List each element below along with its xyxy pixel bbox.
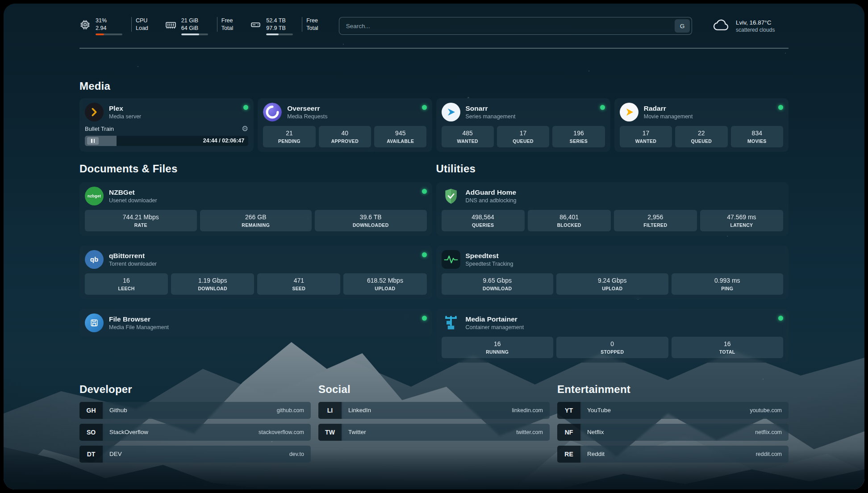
stat-value: 47.569 ms	[702, 213, 781, 221]
stat: 86,401BLOCKED	[528, 210, 611, 231]
pause-icon[interactable]	[87, 137, 99, 145]
portainer-head: Media Portainer Container management	[442, 313, 784, 332]
speedtest-stats: 9.65 GbpsDOWNLOAD 9.24 GbpsUPLOAD 0.993 …	[442, 273, 784, 295]
bookmark-url: github.com	[277, 407, 304, 414]
speedtest-subtitle: Speedtest Tracking	[466, 261, 513, 267]
stat: 17WANTED	[620, 126, 672, 147]
stat-value: 9.65 Gbps	[443, 277, 552, 284]
section-title-entertainment: Entertainment	[557, 383, 789, 396]
search-input[interactable]	[339, 17, 692, 35]
stat-label: QUERIES	[443, 222, 523, 228]
service-card-radarr[interactable]: Radarr Movie management 17WANTED 22QUEUE…	[614, 98, 789, 152]
cpu-icon	[79, 19, 91, 32]
service-card-filebrowser[interactable]: File Browser Media File Management	[79, 309, 432, 337]
stat-label: UPLOAD	[345, 286, 425, 291]
service-card-adguard[interactable]: AdGuard Home DNS and adblocking 498,564Q…	[436, 182, 789, 236]
radarr-stats: 17WANTED 22QUEUED 834MOVIES	[620, 126, 783, 147]
bookmark-stackoverflow[interactable]: SO StackOverflow stackoverflow.com	[79, 424, 311, 441]
bookmark-name: Netflix	[587, 429, 604, 435]
filebrowser-subtitle: Media File Management	[109, 324, 169, 330]
plex-time: 24:44 / 02:06:47	[203, 138, 244, 144]
plex-now-playing-row: Bullet Train ⚙	[85, 125, 248, 133]
plex-head: Plex Media server	[85, 103, 248, 121]
stat-label: APPROVED	[321, 138, 369, 144]
service-card-nzbget[interactable]: nzbget NZBGet Usenet downloader 744.21 M…	[79, 182, 432, 236]
dashboard-screen: 31% 2.94 CPU Load	[4, 4, 864, 489]
stat-value: 39.6 TB	[317, 213, 425, 221]
stat-label: QUEUED	[499, 138, 547, 144]
bookmark-github[interactable]: GH Github github.com	[79, 402, 311, 419]
portainer-name: Media Portainer	[466, 315, 524, 323]
portainer-subtitle: Container management	[466, 324, 524, 330]
bookmark-abbr: LI	[318, 402, 342, 419]
sonarr-subtitle: Series management	[466, 113, 516, 120]
radarr-icon	[620, 103, 638, 121]
stat-label: AVAILABLE	[376, 138, 425, 144]
memory-label-top: Free	[221, 17, 233, 25]
disk-total: 97.9 TB	[266, 25, 293, 32]
bookmark-dev[interactable]: DT DEV dev.to	[79, 446, 311, 463]
adguard-head: AdGuard Home DNS and adblocking	[442, 187, 784, 205]
plex-progress-bar[interactable]: 24:44 / 02:06:47	[85, 136, 248, 146]
service-card-qbittorrent[interactable]: qb qBittorrent Torrent downloader 16LEEC…	[79, 246, 432, 299]
stat-value: 16	[87, 277, 166, 284]
stat: 834MOVIES	[731, 126, 783, 147]
stat-value: 40	[321, 130, 369, 137]
radarr-status-dot	[778, 105, 783, 110]
stat-value: 0	[558, 340, 667, 347]
stat: 21PENDING	[263, 126, 315, 147]
middle-columns: Documents & Files nzbget NZBGet Usenet d…	[79, 163, 789, 363]
service-card-sonarr[interactable]: Sonarr Series management 485WANTED 17QUE…	[436, 98, 610, 152]
bookmark-youtube[interactable]: YT YouTube youtube.com	[557, 402, 789, 419]
adguard-icon	[442, 187, 460, 205]
stat-label: PENDING	[265, 138, 313, 144]
system-widgets: 31% 2.94 CPU Load	[79, 17, 318, 35]
bookmark-url: reddit.com	[756, 451, 782, 457]
filebrowser-head: File Browser Media File Management	[85, 313, 427, 332]
stat: 0.993 msPING	[672, 273, 784, 295]
qbittorrent-head: qb qBittorrent Torrent downloader	[85, 250, 427, 269]
portainer-status-dot	[778, 316, 783, 321]
bookmark-body: DEV dev.to	[103, 446, 311, 463]
nzbget-stats: 744.21 MbpsRATE 266 GBREMAINING 39.6 TBD…	[85, 210, 427, 231]
bookmark-abbr: GH	[79, 402, 103, 419]
service-card-plex[interactable]: Plex Media server Bullet Train ⚙ 24:44 /…	[79, 98, 254, 152]
stat-label: WANTED	[443, 138, 492, 144]
bookmark-netflix[interactable]: NF Netflix netflix.com	[557, 424, 789, 441]
service-card-portainer[interactable]: Media Portainer Container management 16R…	[436, 309, 789, 363]
service-card-overseerr[interactable]: Overseerr Media Requests 21PENDING 40APP…	[258, 98, 432, 152]
stat-label: REMAINING	[202, 222, 310, 228]
bookmark-url: twitter.com	[516, 429, 543, 435]
qbittorrent-stats: 16LEECH 1.19 GbpsDOWNLOAD 471SEED 618.52…	[85, 273, 427, 295]
memory-free: 21 GiB	[181, 17, 208, 25]
adguard-stats: 498,564QUERIES 86,401BLOCKED 2,956FILTER…	[442, 210, 784, 231]
stat-label: SERIES	[554, 138, 603, 144]
stat: 22QUEUED	[675, 126, 727, 147]
stat: 0STOPPED	[556, 337, 668, 358]
stat: 196SERIES	[552, 126, 605, 147]
stat-label: DOWNLOAD	[443, 286, 552, 291]
nzbget-name: NZBGet	[109, 188, 157, 196]
stat-label: BLOCKED	[530, 222, 609, 228]
cpu-load: 2.94	[96, 25, 122, 32]
plex-icon	[85, 103, 104, 121]
service-card-speedtest[interactable]: Speedtest Speedtest Tracking 9.65 GbpsDO…	[436, 246, 789, 299]
bookmark-name: Reddit	[587, 451, 605, 457]
stat: 266 GBREMAINING	[200, 210, 312, 231]
qbittorrent-icon-text: qb	[90, 255, 98, 263]
disk-free: 52.4 TB	[266, 17, 293, 25]
qbittorrent-status-dot	[422, 252, 427, 257]
stat: 1.19 GbpsDOWNLOAD	[171, 273, 254, 295]
stat-label: TOTAL	[673, 349, 782, 355]
bookmark-reddit[interactable]: RE Reddit reddit.com	[557, 446, 789, 463]
speedtest-head: Speedtest Speedtest Tracking	[442, 250, 784, 269]
gear-icon[interactable]: ⚙	[242, 125, 248, 133]
stat-value: 196	[554, 130, 603, 137]
overseerr-subtitle: Media Requests	[287, 113, 327, 120]
stat-value: 16	[673, 340, 782, 347]
search-provider-button[interactable]: G	[675, 19, 690, 33]
bookmark-twitter[interactable]: TW Twitter twitter.com	[318, 424, 550, 441]
bookmark-linkedin[interactable]: LI LinkedIn linkedin.com	[318, 402, 550, 419]
disk-widget: 52.4 TB 97.9 TB Free Total	[250, 17, 318, 35]
stat-label: PING	[673, 286, 782, 291]
